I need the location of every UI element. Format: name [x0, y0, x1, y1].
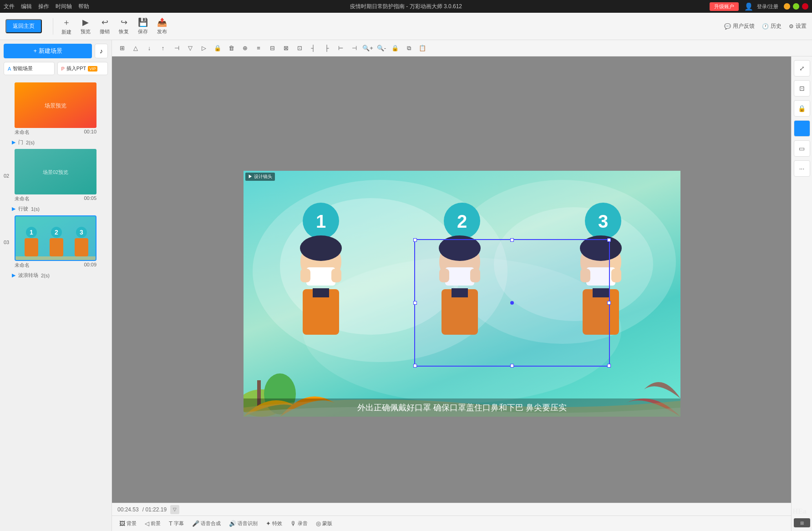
- lock-view-button[interactable]: 🔒: [794, 100, 810, 117]
- align-distribute-v[interactable]: ⊡: [293, 42, 306, 55]
- align-right[interactable]: ▷: [198, 42, 210, 55]
- new-button[interactable]: ＋ 新建: [57, 15, 76, 37]
- minimize-button[interactable]: ─: [784, 3, 790, 10]
- svg-text:2: 2: [457, 211, 467, 231]
- scene-item-02: 02 场景02预览: [0, 147, 112, 204]
- align-z[interactable]: ⊢: [334, 42, 347, 55]
- align-left-edge[interactable]: ⊞: [116, 42, 128, 55]
- lock-btn[interactable]: 🔒: [389, 42, 401, 55]
- scene-item-03: 03 1: [0, 214, 112, 271]
- transition-play-03[interactable]: ▶: [12, 272, 15, 278]
- user-feedback-button[interactable]: 💬 用户反馈: [724, 22, 755, 30]
- main-canvas[interactable]: ▶ 设计镜头 1 2 3: [244, 171, 680, 417]
- record-tool[interactable]: 🎙 录音: [287, 518, 311, 529]
- fullscreen-button[interactable]: ⤢: [794, 60, 810, 77]
- align-w[interactable]: ⊣: [348, 42, 360, 55]
- color-button[interactable]: [794, 120, 810, 137]
- scene-duration-03: 00:09: [84, 262, 96, 269]
- paste-btn[interactable]: 📋: [416, 42, 429, 55]
- scene-thumb-01[interactable]: 场景预览 未命名 00:10: [15, 82, 96, 136]
- align-y[interactable]: ├: [320, 42, 333, 55]
- scene-name-02: 未命名: [15, 195, 30, 202]
- voice-recog-icon: 🔊: [229, 520, 236, 527]
- zoom-out[interactable]: 🔍-: [375, 42, 388, 55]
- menu-file[interactable]: 文件: [4, 3, 15, 10]
- transition-play-01[interactable]: ▶: [12, 139, 15, 145]
- publish-button[interactable]: 📤 发布: [152, 15, 172, 37]
- user-login-label[interactable]: 登录/注册: [757, 3, 778, 10]
- transition-02: ▶ 行驶 1(s): [0, 204, 112, 214]
- svg-rect-27: [300, 269, 310, 282]
- back-home-button[interactable]: 返回主页: [5, 19, 42, 33]
- title-bar: 文件 编辑 操作 时间轴 帮助 疫情时期日常防护指南 - 万彩动画大师 3.0.…: [0, 0, 812, 13]
- music-button[interactable]: ♪: [95, 44, 108, 58]
- history-button[interactable]: 🕐 历史: [762, 22, 782, 30]
- svg-rect-41: [580, 269, 590, 282]
- align-lock[interactable]: 🔒: [211, 42, 224, 55]
- menu-help[interactable]: 帮助: [78, 3, 89, 10]
- scene-info-01: 未命名 00:10: [15, 129, 96, 136]
- properties-button[interactable]: ▭: [794, 140, 810, 157]
- record-icon: 🎙: [290, 520, 296, 527]
- menu-timeline[interactable]: 时间轴: [56, 3, 72, 10]
- menu-operate[interactable]: 操作: [38, 3, 49, 10]
- settings-button[interactable]: ⚙ 设置: [789, 22, 807, 30]
- transition-label-03: 波浪转场: [18, 272, 38, 279]
- svg-rect-37: [452, 288, 468, 297]
- voice-recog-tool[interactable]: 🔊 语音识别: [225, 518, 261, 529]
- save-icon: 💾: [138, 17, 148, 27]
- preview-icon: ▶: [82, 17, 89, 27]
- svg-text:1: 1: [316, 211, 326, 231]
- scene-num-02: 02: [4, 173, 12, 179]
- save-button[interactable]: 💾 保存: [133, 15, 152, 37]
- upgrade-button[interactable]: 升级账户: [710, 2, 739, 11]
- mask-icon: ◎: [316, 520, 321, 527]
- caption-tool[interactable]: T 字幕: [165, 518, 188, 529]
- align-distribute-h[interactable]: ⊠: [279, 42, 292, 55]
- record-label: 录音: [298, 520, 308, 527]
- mask-label: 蒙版: [322, 520, 332, 527]
- menu-edit[interactable]: 编辑: [21, 3, 32, 10]
- foreground-tool[interactable]: ◁ 前景: [141, 518, 164, 529]
- smart-scene-button[interactable]: A 智能场景: [4, 62, 55, 75]
- background-tool[interactable]: 🖼 背景: [116, 518, 140, 529]
- align-x[interactable]: ┤: [307, 42, 320, 55]
- undo-button[interactable]: ↩ 撤销: [95, 15, 114, 37]
- align-copy[interactable]: ⊕: [239, 42, 251, 55]
- svg-rect-28: [331, 269, 341, 282]
- new-scene-button[interactable]: + 新建场景: [4, 44, 92, 58]
- more-button[interactable]: ···: [794, 160, 810, 177]
- effects-tool[interactable]: ✦ 特效: [262, 518, 286, 529]
- transition-play-02[interactable]: ▶: [12, 206, 15, 212]
- zoom-in[interactable]: 🔍+: [361, 42, 374, 55]
- voice-synth-tool[interactable]: 🎤 语音合成: [188, 518, 224, 529]
- align-top-edge[interactable]: △: [129, 42, 142, 55]
- undo-icon: ↩: [102, 17, 108, 27]
- align-flip-h[interactable]: ≡: [252, 42, 265, 55]
- scene-thumb-02[interactable]: 场景02预览 未命名 00:05: [15, 149, 96, 202]
- caption-label: 字幕: [174, 520, 184, 527]
- smart-scene-label: 智能场景: [13, 65, 33, 72]
- maximize-button[interactable]: □: [793, 3, 799, 10]
- align-vcenter[interactable]: ▽: [184, 42, 197, 55]
- svg-text:3: 3: [598, 211, 608, 231]
- align-down[interactable]: ↓: [143, 42, 156, 55]
- background-icon: 🖼: [119, 520, 125, 527]
- expand-button[interactable]: ▽: [170, 505, 179, 514]
- close-button[interactable]: ✕: [802, 3, 808, 10]
- transition-label-01: 门: [18, 139, 23, 146]
- canvas-wrapper: ▶ 设计镜头 1 2 3: [112, 56, 812, 531]
- copy-btn[interactable]: ⧉: [402, 42, 415, 55]
- svg-rect-13: [75, 238, 88, 256]
- fit-button[interactable]: ⊡: [794, 80, 810, 97]
- align-delete[interactable]: 🗑: [225, 42, 238, 55]
- scene-thumb-03[interactable]: 1 2 3 未命名 00:09: [15, 215, 96, 269]
- insert-ppt-button[interactable]: P 插入PPT VIP: [57, 62, 108, 75]
- align-up[interactable]: ↑: [157, 42, 169, 55]
- align-hcenter[interactable]: ⊣: [170, 42, 183, 55]
- align-flip-v[interactable]: ⊟: [266, 42, 279, 55]
- mask-tool[interactable]: ◎ 蒙版: [312, 518, 336, 529]
- redo-button[interactable]: ↪ 恢复: [114, 15, 133, 37]
- preview-button[interactable]: ▶ 预览: [76, 15, 95, 37]
- grid-toggle[interactable]: ⊞: [794, 518, 810, 527]
